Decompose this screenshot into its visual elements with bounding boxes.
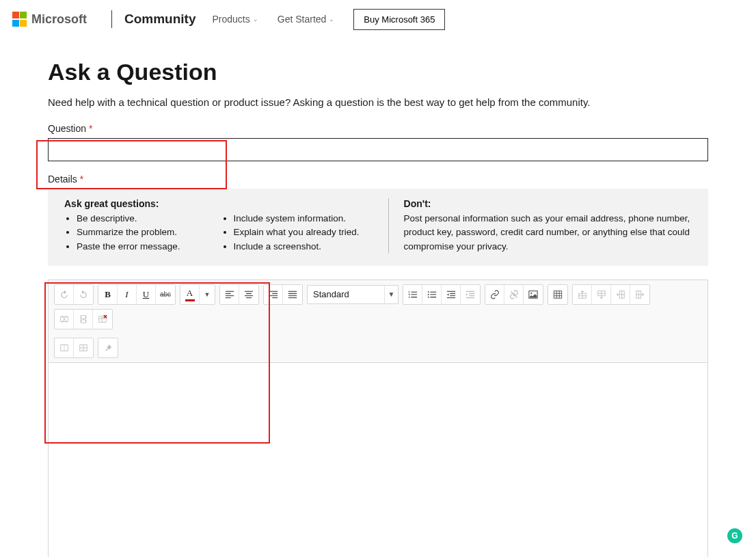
paragraph-style-select[interactable]: Standard ▼ (307, 285, 399, 304)
align-center-icon (244, 290, 254, 299)
align-center-button[interactable] (239, 285, 258, 304)
indent-button[interactable] (461, 285, 480, 304)
outdent-button[interactable] (442, 285, 461, 304)
tips-do-item: Summarize the problem. (77, 226, 180, 239)
table-row-after-button[interactable] (592, 285, 611, 304)
table-col-before-button[interactable] (611, 285, 630, 304)
chevron-down-icon: ⌄ (329, 16, 334, 23)
underline-button[interactable]: U (137, 285, 156, 304)
tips-do-item: Explain what you already tried. (234, 226, 360, 239)
svg-point-0 (427, 291, 429, 293)
nav-get-started-label: Get Started (278, 14, 327, 25)
toolbar-group-text: B I U abc (98, 284, 176, 305)
tips-do-list-1: Be descriptive. Summarize the problem. P… (64, 212, 180, 254)
undo-icon (59, 290, 69, 299)
tips-do-lists: Be descriptive. Summarize the problem. P… (64, 212, 368, 254)
tips-do-list-2: Include system information. Explain what… (221, 212, 360, 254)
toolbar-group-align2 (263, 284, 303, 305)
nav-get-started[interactable]: Get Started ⌄ (278, 14, 335, 25)
table-row-before-button[interactable] (573, 285, 592, 304)
table-delete-col-button[interactable] (74, 310, 93, 329)
nav-products[interactable]: Products ⌄ (213, 14, 258, 25)
toolbar-group-merge (54, 338, 94, 358)
table-icon (553, 290, 563, 299)
insert-table-button[interactable] (548, 285, 567, 304)
indent-icon (465, 290, 475, 299)
redo-icon (79, 290, 88, 299)
svg-rect-5 (554, 291, 561, 299)
table-col-icon (616, 290, 625, 299)
strikethrough-icon: abc (160, 290, 171, 298)
svg-point-1 (427, 294, 429, 295)
undo-button[interactable] (55, 285, 74, 304)
text-color-dropdown[interactable]: ▼ (200, 285, 215, 304)
bold-button[interactable]: B (98, 285, 118, 304)
strikethrough-button[interactable]: abc (156, 285, 175, 304)
unlink-button[interactable] (504, 285, 524, 304)
image-icon (528, 290, 538, 299)
grammarly-badge[interactable]: G (727, 528, 742, 543)
align-justify-button[interactable] (283, 285, 302, 304)
align-right-icon (269, 290, 278, 299)
site-header: Microsoft Community Products ⌄ Get Start… (0, 0, 756, 38)
toolbar-group-list (403, 284, 481, 305)
italic-icon: I (125, 289, 128, 300)
link-icon (490, 290, 500, 299)
question-input[interactable] (48, 138, 708, 161)
italic-button[interactable]: I (118, 285, 137, 304)
unordered-list-icon (427, 290, 437, 299)
table-delete-row-icon (59, 314, 69, 324)
toolbar-group-color: A ▼ (180, 284, 215, 305)
community-link[interactable]: Community (124, 12, 196, 27)
table-col-icon (635, 290, 645, 299)
tips-dont-text: Post personal information such as your e… (404, 212, 692, 254)
align-left-button[interactable] (220, 285, 239, 304)
question-label: Question * (48, 123, 708, 134)
details-label-text: Details (48, 174, 77, 185)
table-delete-row-button[interactable] (55, 310, 74, 329)
tips-dont-column: Don't: Post personal information such as… (388, 198, 692, 254)
outdent-icon (446, 290, 456, 299)
redo-button[interactable] (74, 285, 93, 304)
details-label: Details * (48, 174, 708, 185)
tips-dont-title: Don't: (404, 198, 692, 209)
rich-text-editor: B I U abc A ▼ Standard ▼ (48, 280, 708, 557)
table-delete-col-icon (79, 314, 88, 324)
bold-icon: B (105, 289, 111, 300)
ordered-list-button[interactable] (403, 285, 422, 304)
dropdown-arrow-icon: ▼ (384, 286, 398, 303)
split-cell-icon (79, 343, 88, 353)
editor-toolbar: B I U abc A ▼ Standard ▼ (49, 280, 707, 363)
merge-cells-button[interactable] (55, 338, 74, 357)
paragraph-style-label: Standard (313, 289, 349, 299)
required-indicator: * (89, 123, 92, 134)
toolbar-group-table-row (572, 284, 650, 305)
microsoft-brand[interactable]: Microsoft (31, 12, 87, 27)
chevron-down-icon: ⌄ (253, 16, 258, 23)
editor-body[interactable] (49, 363, 707, 557)
dropdown-arrow-icon: ▼ (204, 291, 211, 298)
table-delete-button[interactable] (93, 310, 112, 329)
toolbar-group-history (54, 284, 94, 305)
text-color-icon: A (187, 288, 193, 299)
main-content: Ask a Question Need help with a technica… (0, 38, 756, 557)
toolbar-group-table (548, 284, 568, 305)
unlink-icon (509, 290, 519, 299)
unordered-list-button[interactable] (422, 285, 442, 304)
tips-do-item: Be descriptive. (77, 212, 180, 226)
split-cell-button[interactable] (74, 338, 93, 357)
table-col-after-button[interactable] (630, 285, 649, 304)
page-title: Ask a Question (48, 59, 708, 85)
align-justify-icon (288, 290, 297, 299)
pin-button[interactable] (98, 338, 118, 357)
tips-panel: Ask great questions: Be descriptive. Sum… (48, 189, 708, 266)
header-divider (111, 10, 112, 28)
align-right-button[interactable] (264, 285, 283, 304)
toolbar-group-table-delete (54, 309, 113, 329)
link-button[interactable] (485, 285, 504, 304)
text-color-button[interactable]: A (180, 285, 200, 304)
tips-do-title: Ask great questions: (64, 198, 368, 209)
underline-icon: U (143, 289, 149, 300)
buy-microsoft-365-button[interactable]: Buy Microsoft 365 (353, 9, 445, 30)
image-button[interactable] (524, 285, 543, 304)
